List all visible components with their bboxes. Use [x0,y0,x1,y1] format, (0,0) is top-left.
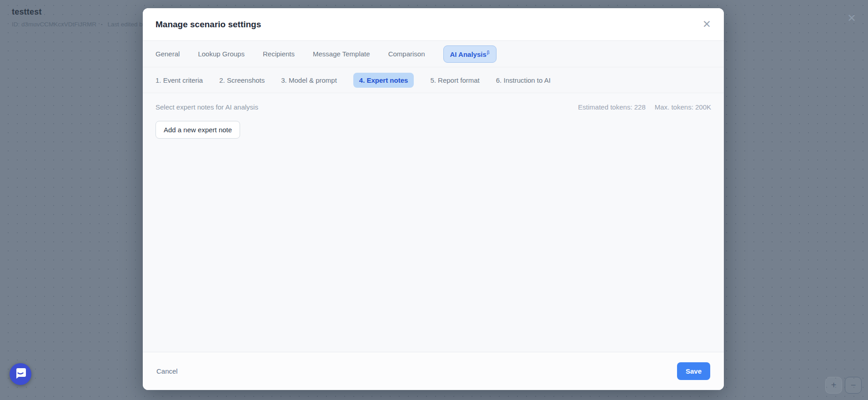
tab-lookup-groups[interactable]: Lookup Groups [198,50,245,58]
subtab-expert-notes[interactable]: 4. Expert notes [353,73,414,88]
tab-recipients[interactable]: Recipients [263,50,295,58]
zoom-in-button[interactable]: + [825,377,842,394]
subtab-event-criteria[interactable]: 1. Event criteria [156,76,203,84]
subtab-instruction-to-ai[interactable]: 6. Instruction to AI [496,76,551,84]
page-title: testtest [12,7,42,17]
panel-header-row: Select expert notes for AI analysis Esti… [156,103,711,111]
tab-message-template[interactable]: Message Template [313,50,370,58]
tab-general[interactable]: General [156,50,180,58]
scenario-id: ID: d3muvCCMKcxVDtFiJRMR [12,21,96,28]
add-expert-note-button[interactable]: Add a new expert note [156,121,240,139]
page-close-icon[interactable]: ✕ [847,13,856,24]
subtab-model-prompt[interactable]: 3. Model & prompt [281,76,337,84]
modal-footer: Cancel Save [143,352,724,390]
expert-notes-panel: Select expert notes for AI analysis Esti… [143,93,724,352]
estimated-tokens-value: Estimated tokens: 228 [578,103,645,111]
canvas-zoom-controls: + − [825,377,862,394]
beta-badge: β [487,50,490,55]
cancel-button[interactable]: Cancel [156,367,178,375]
ai-analysis-steps: 1. Event criteria 2. Screenshots 3. Mode… [143,67,724,93]
modal-close-icon[interactable]: ✕ [702,19,711,30]
zoom-out-button[interactable]: − [845,377,862,394]
token-counters: Estimated tokens: 228 Max. tokens: 200K [578,103,711,111]
tab-comparison[interactable]: Comparison [388,50,425,58]
chat-launcher-button[interactable] [10,363,31,385]
tab-ai-analysis[interactable]: AI Analysisβ [443,45,497,63]
modal-header: Manage scenario settings ✕ [143,8,724,41]
manage-scenario-settings-modal: Manage scenario settings ✕ General Looku… [143,8,724,390]
subtab-report-format[interactable]: 5. Report format [430,76,479,84]
page-subtitle: ID: d3muvCCMKcxVDtFiJRMR·Last edited by … [12,21,155,28]
chat-bubble-icon [15,367,26,381]
settings-tabs: General Lookup Groups Recipients Message… [143,41,724,67]
modal-title: Manage scenario settings [156,20,261,30]
save-button[interactable]: Save [677,362,710,380]
max-tokens-value: Max. tokens: 200K [655,103,711,111]
separator-dot: · [101,21,103,28]
select-notes-label: Select expert notes for AI analysis [156,103,258,111]
subtab-screenshots[interactable]: 2. Screenshots [219,76,265,84]
